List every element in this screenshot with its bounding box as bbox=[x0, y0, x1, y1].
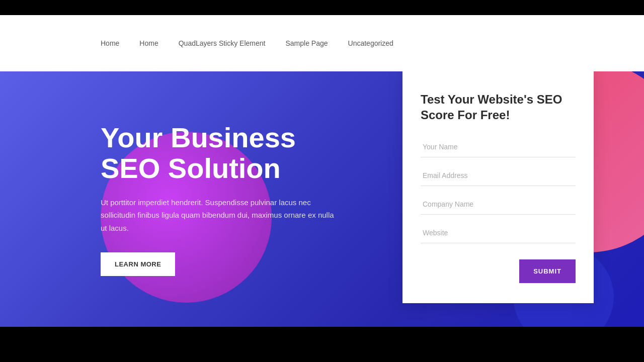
website-input[interactable] bbox=[421, 223, 576, 243]
nav-menu: Home Home QuadLayers Sticky Element Samp… bbox=[101, 39, 393, 48]
nav-link-home2[interactable]: Home bbox=[139, 39, 158, 47]
nav-item-home2[interactable]: Home bbox=[139, 39, 158, 48]
nav-link-quadlayers[interactable]: QuadLayers Sticky Element bbox=[179, 39, 266, 47]
nav-item-sample[interactable]: Sample Page bbox=[285, 39, 328, 48]
nav-link-uncategorized[interactable]: Uncategorized bbox=[348, 39, 393, 47]
bottom-bar bbox=[0, 327, 644, 347]
hero-content: Your Business SEO Solution Ut porttitor … bbox=[0, 122, 342, 277]
company-input[interactable] bbox=[421, 194, 576, 215]
form-actions: SUBMIT bbox=[421, 259, 576, 283]
learn-more-button[interactable]: LEARN MORE bbox=[101, 252, 175, 276]
hero-description: Ut porttitor imperdiet hendrerit. Suspen… bbox=[101, 196, 342, 235]
nav-item-quadlayers[interactable]: QuadLayers Sticky Element bbox=[179, 39, 266, 48]
nav-link-sample[interactable]: Sample Page bbox=[285, 39, 328, 47]
nav-item-uncategorized[interactable]: Uncategorized bbox=[348, 39, 393, 48]
seo-form-card: Test Your Website's SEO Score For Free! … bbox=[403, 71, 594, 303]
top-bar bbox=[0, 0, 644, 15]
hero-section: Your Business SEO Solution Ut porttitor … bbox=[0, 71, 644, 327]
form-title: Test Your Website's SEO Score For Free! bbox=[421, 92, 576, 123]
navigation: Home Home QuadLayers Sticky Element Samp… bbox=[0, 15, 644, 71]
email-input[interactable] bbox=[421, 165, 576, 186]
submit-button[interactable]: SUBMIT bbox=[519, 259, 576, 283]
name-input[interactable] bbox=[421, 137, 576, 157]
nav-item-home1[interactable]: Home bbox=[101, 39, 119, 48]
hero-title: Your Business SEO Solution bbox=[101, 122, 342, 184]
nav-link-home1[interactable]: Home bbox=[101, 39, 119, 47]
